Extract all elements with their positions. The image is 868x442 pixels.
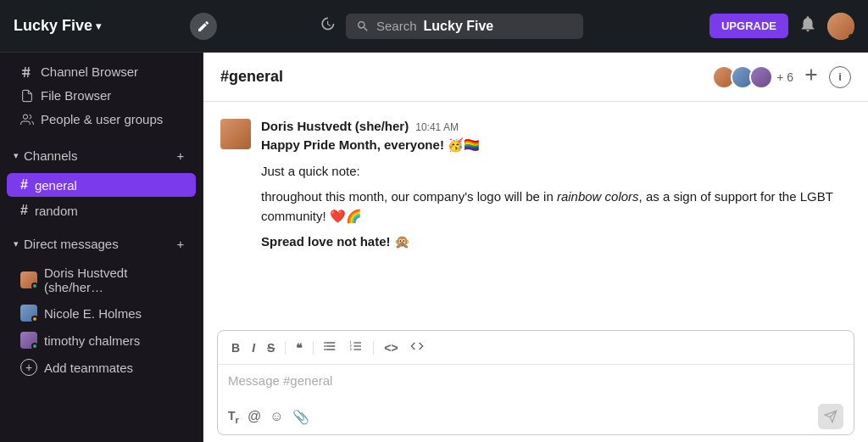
message-input-placeholder: Message #general <box>228 373 332 388</box>
user-avatar[interactable] <box>827 13 854 40</box>
send-button[interactable] <box>818 404 843 429</box>
toolbar-divider-3 <box>373 341 374 355</box>
message-line4: Spread love not hate! 🙊 <box>261 234 410 249</box>
svg-point-0 <box>23 115 27 119</box>
dm-section-header[interactable]: ▾ Direct messages + <box>0 230 203 257</box>
sidebar-item-random[interactable]: # random <box>7 199 196 222</box>
channels-chevron-icon: ▾ <box>14 150 19 161</box>
channel-label-random: random <box>35 204 78 218</box>
toolbar-divider-2 <box>313 341 314 355</box>
workspace-name-label: Lucky Five <box>14 17 92 35</box>
pencil-icon <box>197 20 210 33</box>
message-line1: Happy Pride Month, everyone! 🥳🏳️‍🌈 <box>261 137 480 152</box>
ordered-list-button[interactable]: 123 <box>346 338 366 357</box>
dm-section-label: Direct messages <box>24 237 119 251</box>
sidebar-item-file-browser[interactable]: File Browser <box>7 84 196 107</box>
attachment-button[interactable]: 📎 <box>292 409 309 425</box>
sidebar: Channel Browser File Browser People & us… <box>0 53 203 442</box>
dm-label-nicole: Nicole E. Holmes <box>44 306 142 321</box>
member-count[interactable]: + 6 <box>776 70 793 84</box>
channel-label-general: general <box>35 178 77 193</box>
dm-item-nicole[interactable]: Nicole E. Holmes <box>7 300 196 326</box>
messages-area: Doris Hustvedt (she/her) 10:41 AM Happy … <box>203 102 868 323</box>
add-teammates-label: Add teammates <box>44 361 133 375</box>
upgrade-button[interactable]: UPGRADE <box>709 14 788 38</box>
sidebar-label-people-groups: People & user groups <box>41 112 163 126</box>
dm-item-timothy[interactable]: timothy chalmers <box>7 327 196 353</box>
add-dm-button[interactable]: + <box>172 235 189 252</box>
sidebar-label-file-browser: File Browser <box>41 88 111 103</box>
code-button[interactable]: <> <box>381 339 401 356</box>
code-block-icon <box>410 339 424 353</box>
notifications-button[interactable] <box>798 14 817 37</box>
nicole-status-dot <box>31 316 38 322</box>
add-member-button[interactable] <box>802 65 821 88</box>
compose-button[interactable] <box>190 13 217 40</box>
channels-section-header[interactable]: ▾ Channels + <box>0 142 203 169</box>
quote-button[interactable]: ❝ <box>292 339 306 356</box>
toolbar-divider-1 <box>285 341 286 355</box>
message-item: Doris Hustvedt (she/her) 10:41 AM Happy … <box>220 119 851 252</box>
message-input-area: B I S ❝ 123 <> Message #general <box>217 330 854 435</box>
member-avatars[interactable]: + 6 <box>712 65 793 89</box>
clock-icon <box>319 15 336 32</box>
sidebar-item-people-groups[interactable]: People & user groups <box>7 108 196 131</box>
channel-header: #general + 6 i <box>203 53 868 102</box>
mention-button[interactable]: @ <box>248 409 261 425</box>
channel-header-right: + 6 i <box>712 65 851 89</box>
timothy-avatar <box>20 332 37 349</box>
bell-icon <box>798 14 817 33</box>
svg-point-2 <box>325 345 326 347</box>
nicole-avatar <box>20 305 37 322</box>
doris-avatar <box>20 271 37 288</box>
channels-section-label: Channels <box>24 148 77 163</box>
message-body: Happy Pride Month, everyone! 🥳🏳️‍🌈 Just … <box>261 136 851 252</box>
doris-status-dot <box>31 283 38 289</box>
bold-button[interactable]: B <box>228 339 243 356</box>
rainbow-text: rainbow colors <box>557 189 639 204</box>
add-teammates-button[interactable]: + Add teammates <box>7 355 196 380</box>
strikethrough-button[interactable]: S <box>264 339 278 356</box>
hash-group-icon <box>20 65 34 79</box>
send-icon <box>824 410 837 423</box>
search-bar[interactable]: Search Lucky Five <box>346 14 583 39</box>
people-icon <box>20 113 34 126</box>
history-button[interactable] <box>319 15 336 36</box>
sidebar-item-general[interactable]: # general <box>7 173 196 197</box>
dm-item-doris[interactable]: Doris Hustvedt (she/her… <box>7 261 196 299</box>
message-author-name: Doris Hustvedt (she/her) <box>261 119 409 133</box>
text-format-button[interactable]: Tr <box>228 409 239 425</box>
workspace-name-button[interactable]: Lucky Five ▾ <box>14 17 101 35</box>
channel-hash-icon-2: # <box>20 203 28 218</box>
message-author-avatar <box>220 119 251 149</box>
add-channel-button[interactable]: + <box>172 147 189 164</box>
svg-point-3 <box>325 349 326 350</box>
svg-point-1 <box>325 342 326 344</box>
channel-info-button[interactable]: i <box>829 66 851 88</box>
file-icon <box>20 89 34 103</box>
channel-title: #general <box>220 68 283 86</box>
message-input[interactable]: Message #general <box>218 365 854 399</box>
message-header: Doris Hustvedt (she/her) 10:41 AM <box>261 119 851 133</box>
timothy-status-dot <box>31 343 38 350</box>
dm-label-timothy: timothy chalmers <box>44 333 140 348</box>
svg-text:3: 3 <box>350 348 352 351</box>
topbar-center: Search Lucky Five <box>217 14 685 39</box>
member-avatar-3 <box>749 65 773 89</box>
input-bottom-bar: Tr @ ☺ 📎 <box>218 399 854 434</box>
topbar-right: UPGRADE <box>685 13 854 40</box>
message-line3: throughout this month, our company's log… <box>261 187 851 226</box>
plus-circle-icon: + <box>20 359 37 376</box>
message-timestamp: 10:41 AM <box>415 121 459 133</box>
sidebar-item-channel-browser[interactable]: Channel Browser <box>7 60 196 83</box>
code-block-button[interactable] <box>407 338 427 357</box>
search-label: Search <box>376 19 417 33</box>
emoji-button[interactable]: ☺ <box>270 409 283 425</box>
ordered-list-icon: 123 <box>349 339 363 353</box>
bullet-list-icon <box>324 339 337 353</box>
dm-chevron-icon: ▾ <box>14 238 19 249</box>
message-content: Doris Hustvedt (she/her) 10:41 AM Happy … <box>261 119 851 252</box>
topbar: Lucky Five ▾ Search Lucky Five UPGRADE <box>0 0 868 53</box>
italic-button[interactable]: I <box>248 339 259 356</box>
bullet-list-button[interactable] <box>320 338 341 357</box>
